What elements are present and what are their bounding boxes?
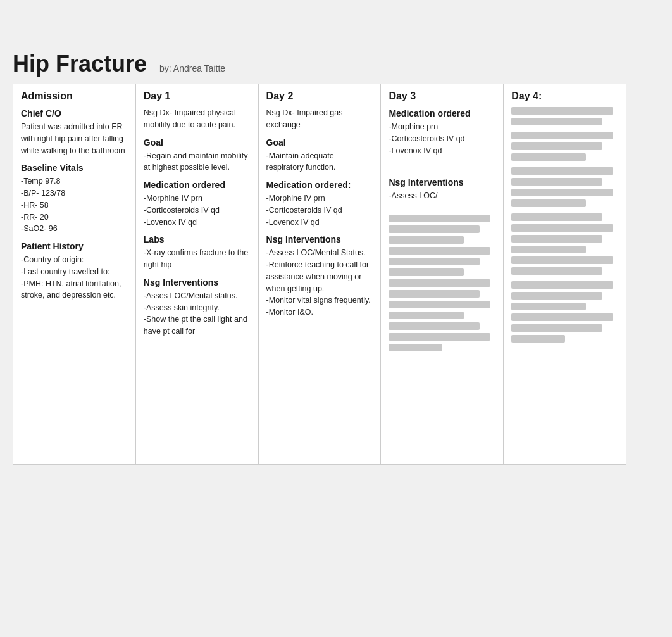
blurred-line — [389, 312, 463, 319]
blurred-line — [511, 303, 586, 310]
blurred-line — [511, 324, 602, 332]
day1-nsg-int-text: -Asses LOC/Mental status.-Assess skin in… — [144, 290, 251, 337]
day4-header: Day 4: — [511, 91, 618, 102]
day3-column: Day 3 Medication ordered -Morphine prn-C… — [381, 84, 504, 464]
history-text: -Country of origin:-Last country travell… — [21, 254, 128, 301]
day1-nsg-int-label: Nsg Interventions — [144, 277, 251, 287]
blurred-line — [511, 142, 602, 150]
day2-nsg-int-label: Nsg Interventions — [266, 234, 373, 244]
day2-nsg-int-text: -Assess LOC/Mental Status.-Reinforce tea… — [266, 247, 373, 318]
blurred-line — [511, 313, 613, 321]
day1-labs-label: Labs — [144, 234, 251, 244]
blurred-line — [511, 118, 602, 125]
blurred-line — [389, 344, 442, 351]
day3-blurred-section — [389, 215, 495, 351]
blurred-line — [511, 235, 602, 243]
day3-header: Day 3 — [389, 91, 495, 102]
author-label: by: Andrea Taitte — [159, 63, 225, 73]
blurred-line — [389, 322, 479, 330]
day2-column: Day 2 Nsg Dx- Impaired gas exchange Goal… — [259, 84, 382, 464]
main-title: Hip Fracture — [13, 51, 147, 77]
blurred-line — [389, 268, 463, 276]
day1-column: Day 1 Nsg Dx- Impaired physical mobility… — [136, 84, 259, 464]
day2-goal-text: -Maintain adequate respiratory function. — [266, 150, 373, 174]
blurred-line — [511, 178, 602, 186]
chief-co-text: Patient was admitted into ER with right … — [21, 121, 128, 156]
blurred-line — [389, 279, 490, 287]
blurred-line — [511, 281, 613, 289]
day2-med-label: Medication ordered: — [266, 180, 373, 190]
day3-med-text: -Morphine prn-Corticosteroids IV qd-Love… — [389, 121, 495, 156]
blurred-line — [511, 267, 602, 275]
blurred-line — [511, 107, 613, 115]
admission-header: Admission — [21, 91, 128, 102]
day2-goal-label: Goal — [266, 137, 373, 148]
day1-goal-text: -Regain and maintain mobility at highest… — [144, 150, 251, 174]
day4-column: Day 4: — [504, 84, 626, 464]
title-bar: Hip Fracture by: Andrea Taitte — [13, 51, 659, 77]
blurred-line — [511, 199, 586, 207]
blurred-line — [389, 215, 490, 222]
blurred-line — [511, 292, 602, 300]
blurred-line — [511, 132, 613, 139]
page-container: Hip Fracture by: Andrea Taitte Admission… — [0, 0, 672, 637]
day2-nsg-dx: Nsg Dx- Impaired gas exchange — [266, 107, 373, 131]
blurred-line — [511, 335, 564, 343]
blurred-line — [389, 236, 463, 244]
day3-nsg-int-text: -Assess LOC/ — [389, 190, 495, 202]
day1-labs-text: -X-ray confirms fracture to the right hi… — [144, 247, 251, 271]
blurred-line — [511, 213, 602, 221]
blurred-line — [389, 225, 479, 233]
day3-med-label: Medication ordered — [389, 108, 495, 118]
day1-goal-label: Goal — [144, 137, 251, 148]
day2-header: Day 2 — [266, 91, 373, 102]
admission-column: Admission Chief C/O Patient was admitted… — [13, 84, 136, 464]
day4-blurred-section — [511, 107, 618, 343]
blurred-line — [511, 153, 586, 161]
blurred-line — [389, 301, 490, 308]
blurred-line — [511, 246, 586, 253]
day1-nsg-dx: Nsg Dx- Impaired physical mobility due t… — [144, 107, 251, 131]
day1-med-text: -Morphine IV prn-Corticosteroids IV qd-L… — [144, 192, 251, 228]
blurred-line — [511, 167, 613, 175]
day3-nsg-int-label: Nsg Interventions — [389, 177, 495, 187]
day1-med-label: Medication ordered — [144, 180, 251, 190]
baseline-label: Baseline Vitals — [21, 163, 128, 173]
blurred-line — [389, 247, 490, 255]
blurred-line — [511, 256, 613, 264]
blurred-line — [389, 290, 479, 298]
day1-header: Day 1 — [144, 91, 251, 102]
baseline-text: -Temp 97.8-B/P- 123/78-HR- 58-RR- 20-SaO… — [21, 175, 128, 235]
day2-med-text: -Morphine IV prn-Corticosteroids IV qd-L… — [266, 192, 373, 228]
blurred-line — [511, 189, 613, 196]
chief-co-label: Chief C/O — [21, 108, 128, 118]
history-label: Patient History — [21, 241, 128, 251]
blurred-line — [511, 224, 613, 232]
content-table: Admission Chief C/O Patient was admitted… — [13, 84, 626, 465]
blurred-line — [389, 333, 490, 341]
blurred-line — [389, 258, 479, 265]
